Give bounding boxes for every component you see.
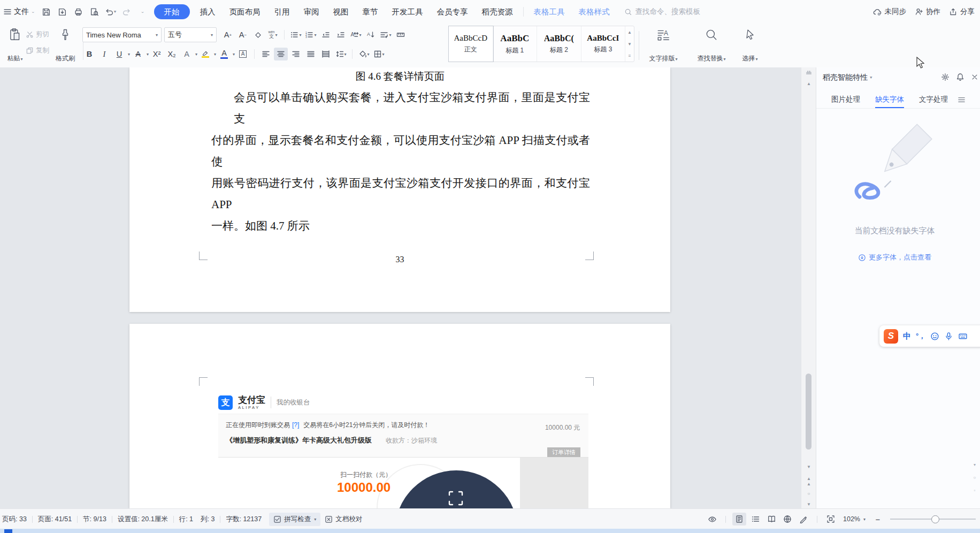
numbered-list-button[interactable]: 123▾ xyxy=(304,28,318,41)
document-page-1[interactable]: 图 4.6 套餐详情页面 会员可以单击确认购买套餐，进入支付宝沙箱支付界面，里面… xyxy=(129,67,670,312)
tab-developer[interactable]: 开发工具 xyxy=(385,0,430,24)
superscript-button[interactable]: X² xyxy=(150,48,164,60)
outline-view-button[interactable] xyxy=(748,513,762,526)
scrollbar-thumb[interactable] xyxy=(806,374,811,450)
style-normal[interactable]: AaBbCcD 正文 xyxy=(449,26,493,62)
document-canvas[interactable]: 图 4.6 套餐详情页面 会员可以单击确认购买套餐，进入支付宝沙箱支付界面，里面… xyxy=(0,67,801,508)
close-icon[interactable] xyxy=(971,73,978,81)
previous-page-button[interactable]: ▲▲ xyxy=(801,476,816,487)
gear-icon[interactable] xyxy=(941,73,950,81)
borders-button[interactable]: ▾ xyxy=(372,48,386,60)
print-preview-button[interactable] xyxy=(88,5,102,19)
zoom-slider-handle[interactable] xyxy=(931,515,939,523)
grow-font-button[interactable]: A+ xyxy=(221,28,235,41)
find-replace-button[interactable]: 查找替换▾ xyxy=(689,26,734,65)
more-fonts-link[interactable]: 更多字体，点击查看 xyxy=(816,253,973,262)
tab-insert[interactable]: 插入 xyxy=(193,0,223,24)
character-scale-button[interactable]: A▾ xyxy=(349,28,363,41)
shading-button[interactable]: ▾ xyxy=(357,48,371,60)
style-heading1[interactable]: AaBbC 标题 1 xyxy=(493,26,538,62)
keyboard-icon[interactable] xyxy=(958,332,968,341)
sort-button[interactable]: A xyxy=(364,28,378,41)
distribute-button[interactable] xyxy=(319,48,333,60)
web-layout-button[interactable] xyxy=(780,513,794,526)
more-commands-button[interactable]: ⌄ xyxy=(136,5,150,19)
tab-missing-fonts[interactable]: 缺失字体 xyxy=(875,91,904,108)
help-link[interactable]: [?] xyxy=(292,421,299,429)
tab-review[interactable]: 审阅 xyxy=(297,0,326,24)
fullscreen-button[interactable] xyxy=(824,513,838,526)
increase-indent-button[interactable] xyxy=(334,28,348,41)
read-mode-button[interactable] xyxy=(764,513,778,526)
tab-text-processing[interactable]: 文字处理 xyxy=(919,91,948,108)
panel-marker-circle[interactable]: ○ xyxy=(971,475,978,480)
tab-view[interactable]: 视图 xyxy=(326,0,356,24)
bullet-list-button[interactable]: ▾ xyxy=(289,28,303,41)
pinyin-guide-button[interactable]: wén 文 ▾ xyxy=(266,28,280,41)
clear-format-button[interactable] xyxy=(251,28,265,41)
scroll-up-arrow[interactable]: ▲ xyxy=(801,81,816,87)
main-menu-button[interactable]: 文件 ⌄ xyxy=(3,7,35,17)
font-color-button[interactable]: A xyxy=(217,48,231,60)
shrink-font-button[interactable]: A− xyxy=(236,28,250,41)
character-width-button[interactable] xyxy=(394,28,408,41)
page-view-button[interactable] xyxy=(732,513,746,526)
cut-button[interactable]: 剪切 xyxy=(26,28,49,41)
ink-annotate-button[interactable] xyxy=(797,513,810,526)
panel-menu-icon[interactable] xyxy=(958,96,966,104)
font-size-select[interactable]: 五号▾ xyxy=(164,27,217,42)
sogou-logo[interactable]: S xyxy=(884,329,898,344)
format-painter-button[interactable]: 格式刷 xyxy=(51,26,79,65)
tab-member[interactable]: 会员专享 xyxy=(430,0,475,24)
tab-table-tools[interactable]: 表格工具 xyxy=(527,0,572,24)
tab-image-processing[interactable]: 图片处理 xyxy=(831,91,860,108)
ime-toolbar[interactable]: S 中 °， xyxy=(879,325,980,347)
styles-more-button[interactable]: ≡ xyxy=(625,50,634,62)
panel-marker-square[interactable]: ▫ xyxy=(971,488,978,493)
share-button[interactable]: 分享 xyxy=(949,7,975,17)
paste-button[interactable]: 粘贴▾ xyxy=(2,26,28,65)
justify-button[interactable] xyxy=(304,48,318,60)
underline-button[interactable]: U xyxy=(112,48,126,60)
styles-scroll-down[interactable]: ▼ xyxy=(625,38,634,50)
order-details-button[interactable]: 订单详情 xyxy=(547,447,580,458)
tab-table-style[interactable]: 表格样式 xyxy=(572,0,617,24)
zoom-out-button[interactable]: − xyxy=(871,513,885,526)
decrease-indent-button[interactable] xyxy=(319,28,333,41)
undo-button[interactable]: ▾ xyxy=(104,5,118,19)
align-right-button[interactable] xyxy=(289,48,303,60)
command-search-input[interactable]: 查找命令、搜索模板 xyxy=(624,7,701,17)
document-scrollbar[interactable]: ▲ ▼ ▲▲ ○ ▼▼ xyxy=(801,67,816,508)
line-spacing-button[interactable]: ▾ xyxy=(334,48,348,60)
bold-button[interactable]: B xyxy=(82,48,96,60)
save-as-button[interactable] xyxy=(56,5,70,19)
font-name-select[interactable]: Times New Roma▾ xyxy=(82,27,162,42)
sync-status-button[interactable]: 未同步 xyxy=(872,7,907,17)
align-center-button[interactable] xyxy=(274,48,288,60)
print-button[interactable] xyxy=(72,5,86,19)
zoom-level-dropdown[interactable]: 102%▾ xyxy=(839,513,870,525)
tab-section[interactable]: 章节 xyxy=(356,0,385,24)
ruler-toggle-icon[interactable] xyxy=(805,70,813,77)
text-effects-button[interactable]: A xyxy=(180,48,194,60)
browse-object-button[interactable]: ○ xyxy=(801,491,816,497)
document-page-2[interactable]: 支 支付宝 ALIPAY 我的收银台 正在使用即时到账交易[?]交易将在6小时2… xyxy=(129,324,670,508)
redo-button[interactable] xyxy=(120,5,134,19)
scroll-down-arrow[interactable]: ▼ xyxy=(801,465,816,470)
ime-mode-chinese[interactable]: 中 xyxy=(903,331,911,341)
panel-collapse-icon[interactable]: ▾ xyxy=(971,462,978,467)
emoji-icon[interactable] xyxy=(930,332,939,341)
tab-references[interactable]: 引用 xyxy=(267,0,297,24)
eye-protect-button[interactable] xyxy=(705,513,719,526)
save-button[interactable] xyxy=(40,5,53,19)
copy-button[interactable]: 复制 xyxy=(26,44,49,57)
bell-icon[interactable] xyxy=(956,73,964,81)
style-heading2[interactable]: AaBbC( 标题 2 xyxy=(537,26,581,62)
spellcheck-button[interactable]: 拼写检查▾ xyxy=(269,513,320,526)
italic-button[interactable]: I xyxy=(97,48,111,60)
subscript-button[interactable]: X₂ xyxy=(165,48,179,60)
tab-home[interactable]: 开始 xyxy=(154,4,190,19)
tab-docer[interactable]: 稻壳资源 xyxy=(475,0,520,24)
panel-title-dropdown[interactable]: 稻壳智能特性▾ xyxy=(823,73,872,82)
style-heading3[interactable]: AaBbCcI 标题 3 xyxy=(581,26,625,62)
